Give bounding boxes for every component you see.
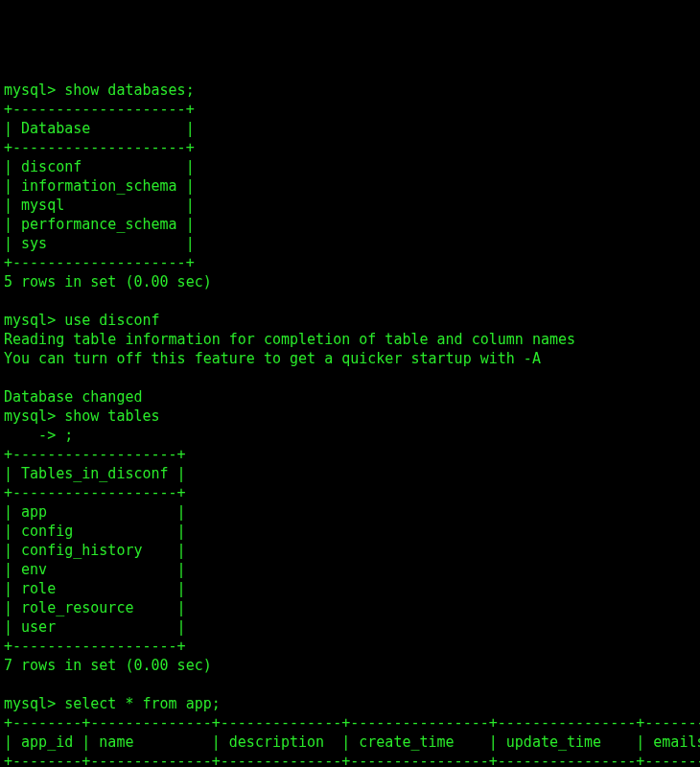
mysql-terminal[interactable]: mysql> show databases; +----------------… bbox=[4, 81, 696, 767]
